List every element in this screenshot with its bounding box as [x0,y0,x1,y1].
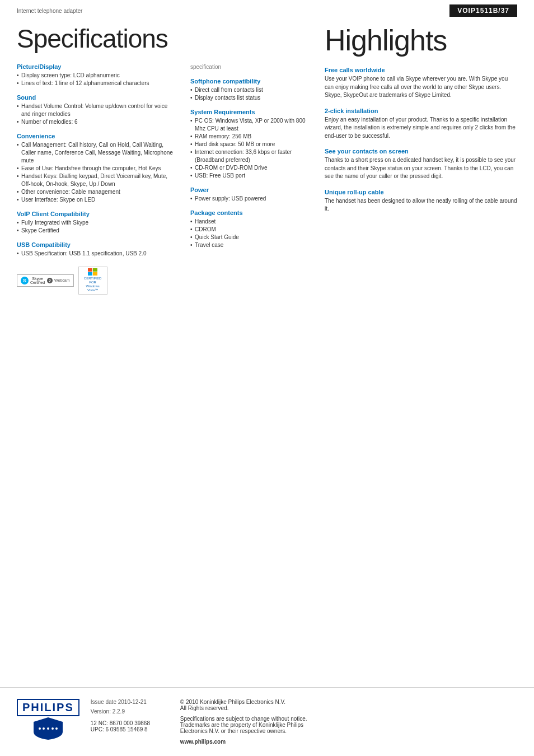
highlight-cable-title: Unique roll-up cable [325,189,517,195]
highlight-two-click: 2-click installation Enjoy an easy insta… [325,108,517,141]
section-usb-title: USB Compatibility [17,241,174,248]
highlight-contacts-title: See your contacts on screen [325,148,517,155]
section-voip-title: VoIP Client Compatibility [17,211,174,217]
spec-item: Fully Integrated with Skype [17,219,174,227]
middle-label: specification [190,64,308,70]
section-power-title: Power [190,186,308,193]
spec-item: Display contacts list status [190,94,308,102]
section-sound-title: Sound [17,94,174,101]
spec-item: Handset Keys: Dialling keypad, Direct Vo… [17,172,174,188]
section-sysreq-title: System Requirements [190,109,308,115]
philips-shield-icon [31,716,65,740]
spec-item: Handset [190,218,308,226]
spec-item: Lines of text: 1 line of 12 alphanumeric… [17,80,174,87]
svg-point-4 [47,727,49,730]
highlight-free-calls-text: Use your VOIP phone to call via Skype wh… [325,75,517,100]
footer-issue: Issue date 2010-12-21 [91,699,163,705]
highlights-column: Highlights Free calls worldwide Use your… [313,19,517,295]
spec-item: Ease of Use: Handsfree through the compu… [17,165,174,172]
highlight-contacts: See your contacts on screen Thanks to a … [325,148,517,181]
spec-item: User Interface: Skype on LED [17,196,174,204]
spec-item: Direct call from contacts list [190,86,308,94]
highlight-free-calls-title: Free calls worldwide [325,67,517,73]
footer-right: © 2010 Koninklijke Philips Electronics N… [180,699,517,745]
svg-point-5 [51,727,54,730]
footer: PHILIPS Issue date 2010-12-21 [0,687,534,756]
nc-number: 12 NC: 8670 000 39868 [91,720,163,726]
spec-item: Display screen type: LCD alphanumeric [17,72,174,80]
spec-item: Number of melodies: 6 [17,118,174,126]
spec-item: Quick Start Guide [190,234,308,241]
issue-date: 2010-12-21 [118,699,147,705]
spec-item: CDROM [190,226,308,234]
highlight-two-click-title: 2-click installation [325,108,517,114]
footer-version: Version: 2.2.9 [91,708,163,715]
page: Internet telephone adapter VOIP1511B/37 … [0,0,534,756]
svg-point-6 [55,727,58,730]
highlight-free-calls: Free calls worldwide Use your VOIP phone… [325,67,517,100]
section-convenience-title: Convenience [17,133,174,139]
footer-left: Issue date 2010-12-21 Version: 2.2.9 12 … [91,699,163,732]
section-softphone-title: Softphone compatibility [190,78,308,85]
spec-item: Skype Certified [17,227,174,235]
middle-column: specification Softphone compatibility Di… [185,19,313,295]
footer-nc: 12 NC: 8670 000 39868 UPC: 6 09585 15469… [91,720,163,732]
highlight-cable-text: The handset has been designed to allow t… [325,197,517,213]
spec-item: RAM memory: 256 MB [190,133,308,141]
highlight-contacts-text: Thanks to a short press on a dedicated h… [325,156,517,181]
footer-website: www.philips.com [180,739,517,745]
header-subtitle: Internet telephone adapter [17,8,82,14]
highlight-cable: Unique roll-up cable The handset has bee… [325,189,517,213]
highlight-two-click-text: Enjoy an easy installation of your produ… [325,116,517,141]
spec-item: PC OS: Windows Vista, XP or 2000 with 80… [190,117,308,133]
svg-text:2: 2 [49,279,51,283]
section-package-title: Package contents [190,209,308,216]
skype-cert-logo: S SkypeCertified 2 Webcam [17,274,74,287]
spec-item: Hard disk space: 50 MB or more [190,141,308,148]
version-label: Version: [91,708,111,715]
svg-point-3 [43,727,45,730]
copyright-text: © 2010 Koninklijke Philips Electronics N… [180,699,517,711]
spec-item: Internet connection: 33,6 kbps or faster… [190,148,308,164]
spec-item: Travel case [190,241,308,249]
upc-number: UPC: 6 09585 15469 8 [91,726,163,732]
header: Internet telephone adapter VOIP1511B/37 [0,0,534,19]
spec-item: USB Specification: USB 1.1 specification… [17,250,174,258]
spec-item: Handset Volume Control: Volume up/down c… [17,102,174,118]
spec-item: Call Management: Call history, Call on H… [17,141,174,165]
spec-item: Power supply: USB powered [190,195,308,203]
philips-brand: PHILIPS [17,699,79,716]
windows-vista-logo: CERTIFIED FORWindowsVista™ [78,267,107,295]
specs-column: Specifications Picture/Display Display s… [17,19,185,295]
specs-title: Specifications [17,25,174,53]
model-badge: VOIP1511B/37 [449,4,517,17]
highlights-title: Highlights [325,25,517,57]
spec-item: Other convenience: Cable management [17,188,174,196]
issue-label: Issue date [91,699,116,705]
svg-point-2 [39,727,41,730]
cert-logos: S SkypeCertified 2 Webcam CERTIFIED FORW… [17,267,174,295]
version-value: 2.2.9 [113,708,125,715]
footer-info: Issue date 2010-12-21 Version: 2.2.9 12 … [91,699,517,745]
disclaimer-text: Specifications are subject to change wit… [180,716,517,734]
spec-item: USB: Free USB port [190,172,308,180]
spec-item: CD-ROM or DVD-ROM Drive [190,164,308,172]
philips-logo: PHILIPS [17,699,79,740]
main-content: Specifications Picture/Display Display s… [0,19,534,295]
section-picture-title: Picture/Display [17,63,174,70]
